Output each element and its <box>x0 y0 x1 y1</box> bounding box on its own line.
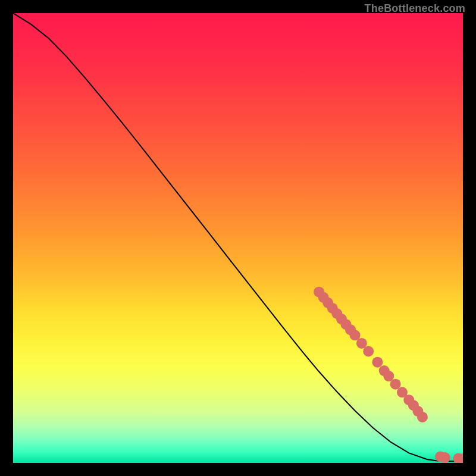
watermark-text: TheBottleneck.com <box>365 2 465 15</box>
marker-point <box>417 412 428 422</box>
chart-stage: TheBottleneck.com <box>0 0 476 476</box>
marker-point <box>363 346 374 357</box>
chart-plot-area <box>13 13 463 463</box>
chart-svg <box>13 13 463 463</box>
marker-point <box>440 452 450 463</box>
gradient-background <box>13 13 463 463</box>
marker-point <box>372 357 383 368</box>
